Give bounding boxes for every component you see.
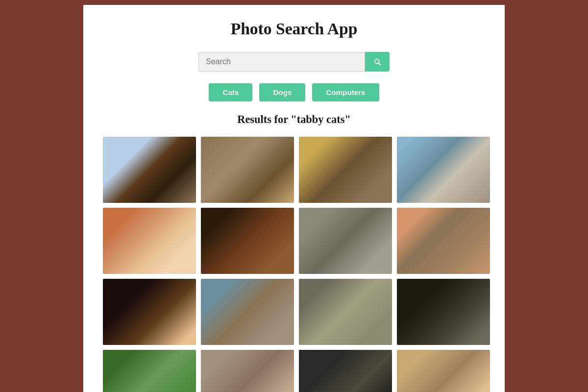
category-dogs-button[interactable]: Dogs [259, 83, 305, 101]
results-title: Results for "tabby cats" [237, 113, 351, 126]
photo-item-3[interactable] [299, 137, 392, 203]
photo-item-14[interactable] [201, 350, 294, 392]
photo-item-1[interactable] [103, 137, 196, 203]
photo-item-11[interactable] [299, 279, 392, 345]
app-container: Photo Search App Cats Dogs Computers Res… [83, 5, 505, 392]
search-bar [198, 52, 390, 72]
photo-item-12[interactable] [397, 279, 490, 345]
photo-item-13[interactable] [103, 350, 196, 392]
photo-grid [103, 137, 485, 392]
category-cats-button[interactable]: Cats [209, 83, 252, 101]
search-icon [373, 57, 382, 66]
photo-item-9[interactable] [103, 279, 196, 345]
category-buttons: Cats Dogs Computers [209, 83, 379, 101]
category-computers-button[interactable]: Computers [312, 83, 379, 101]
search-button[interactable] [365, 52, 390, 72]
app-title: Photo Search App [231, 20, 358, 38]
photo-item-16[interactable] [397, 350, 490, 392]
photo-item-5[interactable] [103, 208, 196, 274]
photo-item-15[interactable] [299, 350, 392, 392]
photo-item-2[interactable] [201, 137, 294, 203]
photo-item-6[interactable] [201, 208, 294, 274]
photo-item-4[interactable] [397, 137, 490, 203]
photo-item-8[interactable] [397, 208, 490, 274]
photo-item-7[interactable] [299, 208, 392, 274]
search-input[interactable] [198, 52, 365, 72]
photo-item-10[interactable] [201, 279, 294, 345]
